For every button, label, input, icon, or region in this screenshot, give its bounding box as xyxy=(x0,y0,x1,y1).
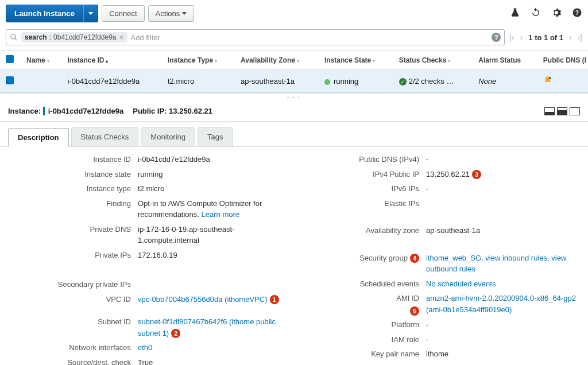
detail-instance-label: Instance: i-0b41cdd7e12fdde9a xyxy=(8,107,123,115)
view-mode-3[interactable] xyxy=(570,107,580,115)
row-finding: FindingOpt-in to AWS Compute Optimizer f… xyxy=(11,198,288,220)
chip-label: search xyxy=(25,33,47,41)
detail-header: Instance: i-0b41cdd7e12fdde9a Public IP:… xyxy=(0,101,588,122)
col-state[interactable]: Instance State▾ xyxy=(319,51,393,70)
description-panel: Instance IDi-0b41cdd7e12fdde9a Instance … xyxy=(0,147,588,365)
row-subnet-id: Subnet IDsubnet-0f1df807467b642f6 (ithom… xyxy=(11,316,288,339)
right-column: Public DNS (IPv4)- IPv4 Public IP13.250.… xyxy=(300,154,577,365)
row-ipv4-public: IPv4 Public IP13.250.62.213 xyxy=(300,169,577,180)
launch-instance-dropdown[interactable] xyxy=(83,5,98,22)
chevron-down-icon xyxy=(88,12,93,15)
inbound-rules-link[interactable]: view inbound rules xyxy=(485,254,547,262)
row-platform: Platform- xyxy=(300,319,577,331)
view-mode-1[interactable] xyxy=(544,107,555,115)
search-icon xyxy=(10,33,18,41)
table-row[interactable]: i-0b41cdd7e12fdde9a t2.micro ap-southeas… xyxy=(0,70,588,93)
filter-chip[interactable]: search : 0b41cdd7e12fdde9a ✕ xyxy=(21,32,127,42)
vpc-link[interactable]: vpc-0bb7004b67556d0da (ithomeVPC) xyxy=(138,295,268,304)
tab-monitoring[interactable]: Monitoring xyxy=(141,127,195,146)
row-source-dest: Source/dest. checkTrue xyxy=(11,357,288,366)
pager: |‹ ‹ 1 to 1 of 1 › ›| xyxy=(509,33,582,42)
learn-more-link[interactable]: Learn more xyxy=(202,210,239,219)
cell-checks: ✓2/2 checks … xyxy=(393,70,473,93)
view-mode-2[interactable] xyxy=(557,107,567,115)
svg-text:?: ? xyxy=(575,9,579,16)
row-az: Availability zoneap-southeast-1a xyxy=(300,225,577,236)
tab-tags[interactable]: Tags xyxy=(198,127,233,146)
chip-remove-icon[interactable]: ✕ xyxy=(119,34,124,41)
launch-instance-group: Launch Instance xyxy=(6,5,98,22)
ami-link[interactable]: amzn2-ami-hvm-2.0.20200904.0-x86_64-gp2 … xyxy=(426,294,576,314)
detail-tabs: Description Status Checks Monitoring Tag… xyxy=(0,122,588,147)
col-instance-type[interactable]: Instance Type▾ xyxy=(162,51,235,70)
col-public-dns: Public DNS (I xyxy=(537,51,588,70)
eth0-link[interactable]: eth0 xyxy=(138,343,152,352)
chip-value: 0b41cdd7e12fdde9a xyxy=(53,33,116,41)
search-help-icon[interactable]: ? xyxy=(492,33,501,42)
row-ami-id: AMI ID5 amzn2-ami-hvm-2.0.20200904.0-x86… xyxy=(300,293,577,316)
chevron-down-icon xyxy=(182,12,187,15)
row-events: Scheduled eventsNo scheduled events xyxy=(300,278,577,290)
sg-link[interactable]: ithome_web_SG xyxy=(426,254,481,262)
top-toolbar: Launch Instance Connect Actions ? xyxy=(0,0,588,27)
connect-button[interactable]: Connect xyxy=(102,5,144,22)
col-name[interactable]: Name▾ xyxy=(21,51,61,70)
svg-point-2 xyxy=(549,77,551,79)
cell-name xyxy=(21,70,61,93)
select-all-checkbox[interactable] xyxy=(6,55,14,63)
cell-az: ap-southeast-1a xyxy=(235,70,319,93)
add-filter-placeholder[interactable]: Add filter xyxy=(131,33,160,42)
check-pass-icon: ✓ xyxy=(399,78,407,86)
cell-alarm: None xyxy=(473,70,537,93)
col-checks[interactable]: Status Checks▾ xyxy=(393,51,473,70)
annotation-badge-4: 4 xyxy=(410,254,419,263)
row-network-interfaces: Network interfaceseth0 xyxy=(11,342,288,354)
cell-instance-id: i-0b41cdd7e12fdde9a xyxy=(61,70,162,93)
row-checkbox[interactable] xyxy=(6,76,14,84)
col-instance-id[interactable]: Instance ID▴ xyxy=(61,51,162,70)
instances-table: Name▾ Instance ID▴ Instance Type▾ Availa… xyxy=(0,50,588,93)
row-instance-state: Instance staterunning xyxy=(11,169,288,180)
row-vpc-id: VPC IDvpc-0bb7004b67556d0da (ithomeVPC)1 xyxy=(11,294,288,305)
search-box[interactable]: search : 0b41cdd7e12fdde9a ✕ Add filter … xyxy=(6,29,505,45)
cell-alarm-icon[interactable] xyxy=(537,70,588,93)
alarm-bell-icon xyxy=(543,76,552,85)
row-security-groups: Security group4 ithome_web_SG. view inbo… xyxy=(300,253,577,275)
annotation-badge-5: 5 xyxy=(410,306,419,316)
page-prev-icon[interactable]: ‹ xyxy=(520,33,523,42)
col-az[interactable]: Availability Zone▾ xyxy=(235,51,319,70)
cell-instance-type: t2.micro xyxy=(162,70,235,93)
panel-resize-handle[interactable]: ▪ ▪ ▪ xyxy=(0,93,588,101)
row-public-dns: Public DNS (IPv4)- xyxy=(300,154,577,165)
flask-icon[interactable] xyxy=(510,7,520,20)
page-count: 1 to 1 of 1 xyxy=(528,33,563,42)
row-keypair: Key pair nameithome xyxy=(300,348,577,360)
gear-icon[interactable] xyxy=(551,7,562,20)
page-last-icon[interactable]: ›| xyxy=(578,33,582,42)
state-running-icon xyxy=(324,79,330,85)
page-first-icon[interactable]: |‹ xyxy=(509,33,514,42)
view-mode-toggle xyxy=(544,107,580,115)
annotation-badge-1: 1 xyxy=(270,295,279,304)
launch-instance-button[interactable]: Launch Instance xyxy=(6,5,83,22)
annotation-badge-3: 3 xyxy=(472,170,481,179)
tab-status-checks[interactable]: Status Checks xyxy=(71,127,139,146)
row-instance-id: Instance IDi-0b41cdd7e12fdde9a xyxy=(11,154,288,165)
row-private-ips: Private IPs172.16.0.19 xyxy=(11,250,288,261)
col-alarm[interactable]: Alarm Status xyxy=(473,51,537,70)
row-private-dns: Private DNSip-172-16-0-19.ap-southeast-1… xyxy=(11,224,288,246)
detail-instance-id: i-0b41cdd7e12fdde9a xyxy=(43,107,124,115)
subnet-link[interactable]: subnet-0f1df807467b642f6 (ithome public … xyxy=(138,317,276,337)
refresh-icon[interactable] xyxy=(531,7,541,20)
row-instance-type: Instance typet2.micro xyxy=(11,183,288,195)
row-ipv6: IPv6 IPs- xyxy=(300,183,577,195)
row-elastic-ips: Elastic IPs xyxy=(300,198,577,209)
table-header-row: Name▾ Instance ID▴ Instance Type▾ Availa… xyxy=(0,51,588,70)
tab-description[interactable]: Description xyxy=(8,128,69,147)
help-icon[interactable]: ? xyxy=(572,7,582,20)
actions-button[interactable]: Actions xyxy=(148,5,195,22)
annotation-badge-2: 2 xyxy=(171,329,180,338)
row-iam-role: IAM role- xyxy=(300,334,577,345)
events-link[interactable]: No scheduled events xyxy=(426,279,496,288)
page-next-icon[interactable]: › xyxy=(569,33,572,42)
